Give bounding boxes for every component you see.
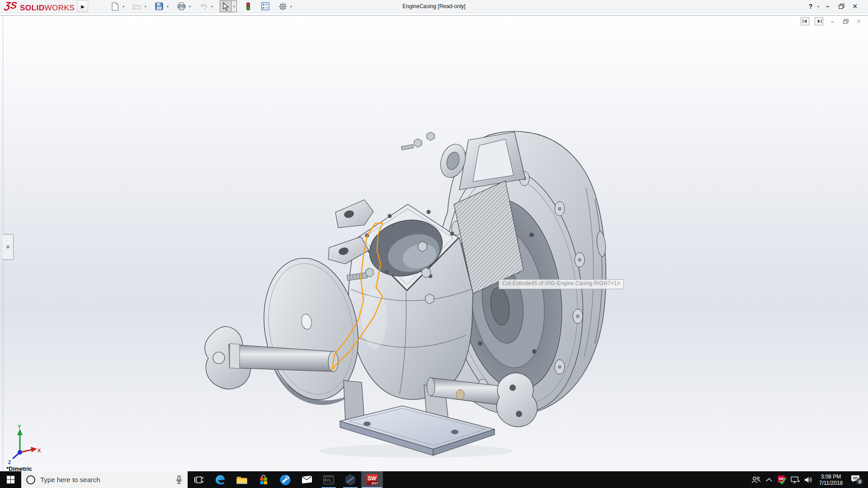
save-button[interactable] xyxy=(153,0,165,12)
graphics-area[interactable]: – ✕ Cut-Extrude45 of 00G-Engine Casing-R… xyxy=(0,16,868,471)
task-view-button[interactable] xyxy=(188,471,209,488)
document-window-controls: – ✕ xyxy=(801,17,863,25)
people-icon xyxy=(751,475,761,484)
svg-text:2017: 2017 xyxy=(372,482,378,485)
undo-button[interactable] xyxy=(198,0,209,12)
action-center-icon: 3 xyxy=(850,474,863,486)
people-button[interactable] xyxy=(749,471,762,488)
start-icon xyxy=(7,476,14,483)
help-button[interactable]: ? xyxy=(806,0,816,12)
menu-strip xyxy=(0,13,868,16)
close-button[interactable]: ✕ xyxy=(848,0,862,12)
save-dropdown[interactable]: ▾ xyxy=(165,1,170,12)
app-titlebar: ƷS SOLIDWORKS ▶ ▾ xyxy=(0,0,868,13)
options-list-icon xyxy=(261,2,269,10)
select-cursor-icon xyxy=(222,2,229,11)
taskbar-command-prompt-button[interactable]: C:\_ xyxy=(318,471,340,488)
svg-text:SW: SW xyxy=(368,475,377,482)
next-window-icon xyxy=(816,19,822,23)
save-icon xyxy=(155,2,163,10)
view-orientation-label: *Dimetric xyxy=(6,465,32,471)
taskbar-mail-button[interactable] xyxy=(296,471,318,488)
screen: ƷS SOLIDWORKS ▶ ▾ xyxy=(0,0,868,488)
settings-gear-icon xyxy=(278,2,287,11)
previous-window-button[interactable] xyxy=(801,17,809,25)
taskbar-help-tool-button[interactable] xyxy=(274,471,296,488)
command-prompt-icon: C:\_ xyxy=(323,475,334,484)
help-tool-icon xyxy=(279,474,291,486)
solidworks-icon: SW 2017 xyxy=(366,474,378,486)
settings-button[interactable] xyxy=(277,0,288,12)
clock-date: 7/11/2018 xyxy=(819,480,843,486)
solidworks-monitor-button[interactable]: SW xyxy=(775,471,788,488)
restore-icon xyxy=(839,4,844,9)
rebuild-traffic-light-icon xyxy=(245,2,251,11)
network-button[interactable] xyxy=(788,471,802,488)
cortana-circle-icon xyxy=(26,475,35,484)
microphone-icon[interactable] xyxy=(175,475,183,484)
print-button[interactable] xyxy=(175,0,187,12)
taskbar-apps: C:\_ SW 2017 xyxy=(188,471,383,488)
help-dropdown[interactable]: ▾ xyxy=(816,0,821,12)
minimize-button[interactable]: – xyxy=(821,0,835,12)
orientation-triad-icon: Y X Z xyxy=(6,424,42,466)
edge-icon xyxy=(214,474,226,486)
taskbar-file-explorer-button[interactable] xyxy=(231,471,253,488)
select-tool-button[interactable] xyxy=(220,0,231,12)
store-icon xyxy=(258,474,269,485)
svg-text:C:\_: C:\_ xyxy=(325,478,333,482)
system-tray: SW 3:0 xyxy=(749,471,868,488)
dev-app-icon xyxy=(344,474,356,486)
window-controls: ? ▾ – ✕ xyxy=(806,0,868,12)
select-tool-dropdown[interactable]: ▾ xyxy=(231,0,237,12)
undo-dropdown[interactable]: ▾ xyxy=(209,1,214,12)
restore-button[interactable] xyxy=(835,0,848,12)
taskbar-solidworks-button[interactable]: SW 2017 xyxy=(361,471,383,488)
rebuild-button[interactable] xyxy=(242,0,254,12)
engine-casing-model[interactable] xyxy=(0,16,868,471)
taskbar-edge-button[interactable] xyxy=(209,471,231,488)
volume-button[interactable] xyxy=(802,471,815,488)
svg-text:SW: SW xyxy=(778,477,784,480)
volume-icon xyxy=(803,475,813,484)
search-placeholder: Type here to search xyxy=(40,476,100,483)
svg-text:3: 3 xyxy=(859,479,861,484)
undo-icon xyxy=(199,3,208,10)
tray-expand-button[interactable] xyxy=(762,471,775,488)
open-dropdown[interactable]: ▾ xyxy=(143,1,148,12)
task-view-icon xyxy=(193,475,203,484)
doc-close-button[interactable]: ✕ xyxy=(855,18,863,25)
chevron-up-icon xyxy=(765,478,773,482)
open-icon xyxy=(132,3,142,10)
doc-restore-button[interactable] xyxy=(842,18,849,25)
new-document-icon xyxy=(111,2,119,11)
toolbar-expand-button[interactable]: ▶ xyxy=(77,0,88,12)
clock[interactable]: 3:08 PM 7/11/2018 xyxy=(815,474,847,486)
svg-text:Z: Z xyxy=(8,460,11,465)
action-center-button[interactable]: 3 xyxy=(847,471,866,488)
taskbar-store-button[interactable] xyxy=(253,471,274,488)
print-icon xyxy=(177,2,186,10)
next-window-button[interactable] xyxy=(815,17,823,25)
new-document-dropdown[interactable]: ▾ xyxy=(121,1,126,12)
file-explorer-icon xyxy=(236,475,248,485)
solidworks-tray-icon: SW xyxy=(777,475,787,485)
mail-icon xyxy=(302,475,312,484)
logo-text-works: WORKS xyxy=(44,4,75,13)
taskbar-search-input[interactable]: Type here to search xyxy=(21,471,188,488)
taskbar-dev-app-button[interactable] xyxy=(340,471,361,488)
print-dropdown[interactable]: ▾ xyxy=(187,1,192,12)
new-document-button[interactable] xyxy=(109,0,121,12)
settings-dropdown[interactable]: ▾ xyxy=(288,1,293,12)
logo-text-solid: SOLID xyxy=(20,4,44,13)
quick-access-toolbar: ▾ ▾ xyxy=(109,0,299,12)
svg-text:X: X xyxy=(38,448,41,453)
start-button[interactable] xyxy=(0,471,21,488)
doc-restore-icon xyxy=(843,19,849,24)
doc-minimize-button[interactable]: – xyxy=(829,18,836,25)
options-list-button[interactable] xyxy=(259,0,271,12)
previous-window-icon xyxy=(802,19,808,23)
svg-text:ƷS: ƷS xyxy=(4,0,18,10)
solidworks-logo-mark-icon: ƷS xyxy=(5,0,19,10)
open-button[interactable] xyxy=(131,0,143,12)
